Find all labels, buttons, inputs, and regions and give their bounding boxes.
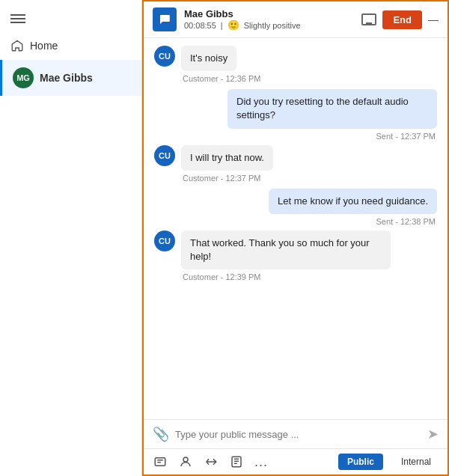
minimize-icon[interactable]: — — [428, 14, 439, 25]
message-row-sent: Did you try resetting to the default aud… — [154, 89, 437, 128]
quick-replies-icon[interactable] — [153, 454, 168, 469]
message-row: CU That worked. Thank you so much for yo… — [154, 231, 437, 269]
bubble-received: I will try that now. — [181, 145, 273, 171]
chat-icon — [153, 7, 177, 31]
messages-area: CU It's noisy Customer - 12:36 PMDid you… — [144, 38, 448, 419]
message-timestamp-sent: Sent - 12:38 PM — [154, 217, 437, 226]
home-icon — [10, 39, 24, 52]
message-row-sent: Let me know if you need guidance. — [154, 189, 437, 214]
notes-icon[interactable] — [229, 454, 244, 469]
message-input[interactable] — [175, 429, 421, 440]
sidebar-item-home[interactable]: Home — [0, 31, 141, 60]
home-label: Home — [30, 40, 58, 52]
chat-timer: 00:08:55 — [184, 21, 216, 30]
message-row: CU I will try that now. — [154, 145, 437, 171]
header-actions: End — — [361, 10, 439, 29]
toolbar: ... Public Internal — [144, 448, 448, 475]
sidebar: Home MG Mae Gibbs — [0, 0, 142, 476]
message-timestamp-sent: Sent - 12:37 PM — [154, 132, 437, 141]
chat-header: Mae Gibbs 00:08:55 | 🙂 Slightly positive… — [144, 1, 448, 38]
chat-contact-name: Mae Gibbs — [184, 8, 354, 19]
chat-icon-svg — [158, 13, 171, 26]
cu-avatar: CU — [154, 145, 175, 166]
cu-avatar: CU — [154, 231, 175, 251]
transfer-icon[interactable] — [204, 454, 219, 469]
sentiment-divider: | — [221, 21, 223, 30]
more-options[interactable]: ... — [254, 454, 268, 470]
internal-button[interactable]: Internal — [394, 454, 439, 470]
sidebar-item-contact[interactable]: MG Mae Gibbs — [0, 60, 141, 96]
send-icon[interactable]: ➤ — [427, 426, 439, 442]
chat-meta: 00:08:55 | 🙂 Slightly positive — [184, 19, 354, 31]
public-button[interactable]: Public — [338, 454, 383, 470]
message-row: CU It's noisy — [154, 46, 437, 71]
menu-icon[interactable] — [0, 6, 141, 31]
chat-header-info: Mae Gibbs 00:08:55 | 🙂 Slightly positive — [184, 8, 354, 31]
avatar-mg: MG — [13, 67, 34, 88]
message-timestamp: Customer - 12:39 PM — [154, 272, 437, 281]
contact-label: Mae Gibbs — [40, 72, 93, 84]
bubble-sent: Let me know if you need guidance. — [269, 189, 437, 214]
attach-icon[interactable]: 📎 — [153, 426, 169, 442]
cu-avatar: CU — [154, 46, 175, 67]
bubble-received: That worked. Thank you so much for your … — [181, 231, 391, 269]
end-button[interactable]: End — [382, 10, 422, 29]
chat-panel: Mae Gibbs 00:08:55 | 🙂 Slightly positive… — [142, 0, 449, 476]
bubble-received: It's noisy — [181, 46, 236, 71]
sentiment-emoji: 🙂 — [227, 19, 239, 31]
sentiment-text: Slightly positive — [244, 21, 301, 30]
monitor-icon[interactable] — [361, 13, 376, 25]
bubble-sent: Did you try resetting to the default aud… — [227, 89, 437, 128]
message-timestamp: Customer - 12:37 PM — [154, 174, 437, 183]
input-area: 📎 ➤ — [144, 419, 448, 448]
contact-icon[interactable] — [178, 454, 193, 469]
message-timestamp: Customer - 12:36 PM — [154, 74, 437, 83]
svg-point-1 — [183, 457, 188, 462]
